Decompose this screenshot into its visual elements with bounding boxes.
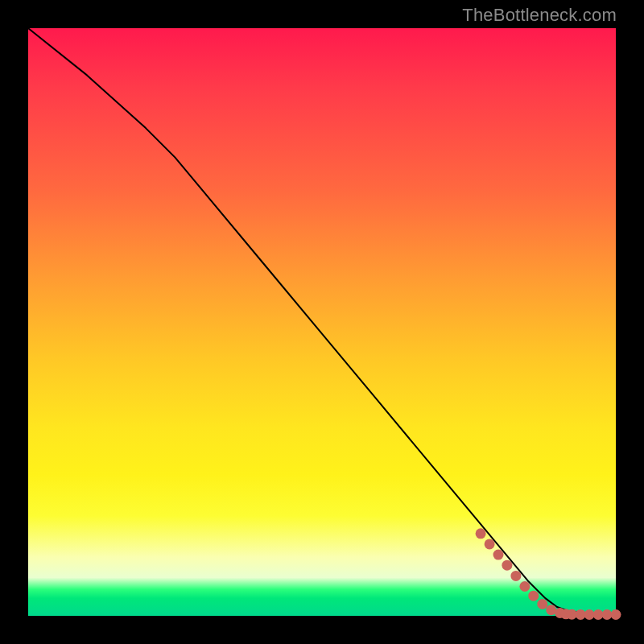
chart-overlay [28,28,616,616]
data-marker [510,571,521,581]
curve-line [28,28,616,615]
chart-stage: TheBottleneck.com [0,0,644,644]
data-marker [476,528,486,539]
marker-group [476,528,621,620]
data-marker [537,599,547,609]
data-marker [611,609,621,620]
data-marker [485,539,495,549]
data-marker [519,581,530,592]
plot-area [28,28,616,616]
data-marker [528,591,539,601]
data-marker [502,560,512,571]
data-marker [493,550,504,560]
watermark-text: TheBottleneck.com [462,5,617,26]
